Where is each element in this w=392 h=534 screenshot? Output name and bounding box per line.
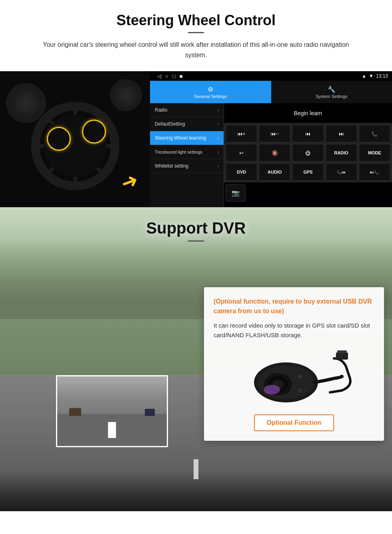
menu-radio[interactable]: Radio ›: [150, 103, 224, 117]
steering-section: Steering Wheel Control Your original car…: [0, 0, 392, 207]
hang-up-btn[interactable]: ↩: [226, 144, 257, 162]
menu-list: Radio › DefaultSetting › Steering Wheel …: [150, 103, 224, 207]
svg-rect-7: [336, 352, 348, 360]
android-panel: ◁ ○ □ ■ ▲ ▼ 13:13 ⚙ General Settings 🔧 S…: [150, 71, 392, 207]
thumb-road: [57, 414, 167, 446]
bottom-icon-row: 📷: [224, 182, 392, 203]
dvr-divider: [188, 240, 204, 242]
vol-up-btn[interactable]: ⏮+: [226, 125, 257, 142]
menu-default-setting[interactable]: DefaultSetting ›: [150, 117, 224, 131]
next-track-btn[interactable]: ⏭: [326, 125, 357, 142]
phone-next-btn[interactable]: ⏭📞: [359, 163, 390, 181]
dvr-camera-svg: [234, 346, 354, 406]
wifi-icon: ▼: [369, 73, 374, 79]
recents-icon[interactable]: □: [172, 73, 176, 79]
dvr-thumbnail-inner: [57, 376, 167, 446]
gps-btn[interactable]: GPS: [292, 163, 324, 181]
status-time: 13:13: [376, 73, 388, 79]
menu-panel: Radio › DefaultSetting › Steering Wheel …: [150, 103, 392, 207]
radio-btn[interactable]: RADIO: [326, 144, 357, 162]
chevron-icon: ›: [218, 150, 219, 154]
back-icon[interactable]: ◁: [157, 73, 161, 79]
section-header: Steering Wheel Control Your original car…: [0, 0, 392, 64]
begin-learn-row: Begin learn: [224, 103, 392, 123]
dvr-title: Support DVR: [0, 219, 392, 237]
dvr-thumbnail: [56, 375, 168, 447]
wheel-svg: [31, 102, 119, 190]
dvr-description: It can record video only to storage in G…: [214, 321, 374, 340]
road-line: [194, 459, 198, 479]
power-btn[interactable]: ⏻: [292, 144, 324, 162]
highlight-right: [82, 120, 106, 144]
vol-down-btn[interactable]: ⏮−: [259, 125, 290, 142]
dvr-info-card: (Optional function, require to buy exter…: [204, 287, 384, 441]
signal-icon: ▲: [362, 73, 366, 79]
nav-icons: ◁ ○ □ ■: [157, 73, 183, 79]
menu-whitelist[interactable]: Whitelist setting ›: [150, 159, 224, 173]
svg-point-14: [264, 385, 280, 394]
menu-icon[interactable]: ■: [180, 73, 183, 79]
tabs-row: ⚙ General Settings 🔧 System Settings: [150, 81, 392, 103]
chevron-icon: ›: [218, 122, 219, 126]
camera-icon-btn[interactable]: 📷: [226, 184, 246, 202]
section-description: Your original car's steering wheel contr…: [32, 40, 360, 60]
tab-system-label: System Settings: [316, 94, 347, 99]
home-icon[interactable]: ○: [165, 73, 168, 79]
menu-tricoloured[interactable]: Tricoloured light settings ›: [150, 145, 224, 159]
chevron-icon: ›: [218, 136, 219, 140]
tab-general-settings[interactable]: ⚙ General Settings: [150, 81, 271, 103]
system-icon: 🔧: [328, 86, 336, 93]
highlight-left: [47, 127, 71, 151]
dvr-background: Support DVR (Optional function, require …: [0, 207, 392, 511]
thumb-car-2: [69, 408, 81, 416]
tab-general-label: General Settings: [194, 94, 227, 99]
settings-icon: ⚙: [208, 86, 213, 93]
dvr-optional-text: (Optional function, require to buy exter…: [214, 297, 374, 316]
status-bar: ◁ ○ □ ■ ▲ ▼ 13:13: [150, 71, 392, 81]
steering-wheel: [31, 102, 119, 190]
content-area: Begin learn ⏮+ ⏮− ⏮ ⏭ 📞 ↩ 🔇 ⏻ RADIO MODE: [224, 103, 392, 207]
begin-learn-button[interactable]: Begin learn: [286, 107, 330, 120]
audio-btn[interactable]: AUDIO: [259, 163, 290, 181]
svg-rect-8: [337, 350, 347, 353]
phone-btn[interactable]: 📞: [359, 125, 390, 142]
dvd-btn[interactable]: DVD: [226, 163, 257, 181]
dvr-section: Support DVR (Optional function, require …: [0, 207, 392, 511]
arrow-indicator: ➜: [118, 168, 141, 196]
controls-grid: ⏮+ ⏮− ⏮ ⏭ 📞 ↩ 🔇 ⏻ RADIO MODE DVD AUDIO G…: [224, 123, 392, 182]
camera-illustration: [214, 346, 374, 406]
mute-btn[interactable]: 🔇: [259, 144, 290, 162]
menu-steering-wheel[interactable]: Steering Wheel learning ›: [150, 131, 224, 145]
chevron-icon: ›: [218, 108, 219, 112]
title-divider: [188, 32, 204, 33]
chevron-icon: ›: [218, 164, 219, 168]
prev-track-btn[interactable]: ⏮: [292, 125, 324, 142]
dvr-header: Support DVR: [0, 219, 392, 242]
thumb-road-line: [108, 422, 116, 438]
page-title: Steering Wheel Control: [24, 12, 368, 29]
optional-function-button[interactable]: Optional Function: [254, 414, 334, 431]
thumb-car-1: [145, 409, 155, 416]
svg-point-16: [298, 388, 302, 392]
mode-btn[interactable]: MODE: [359, 144, 390, 162]
phone-prev-btn[interactable]: 📞⏮: [326, 163, 357, 181]
steering-demo: ➜ ◁ ○ □ ■ ▲ ▼ 13:13 ⚙ General Setting: [0, 71, 392, 207]
tab-system-settings[interactable]: 🔧 System Settings: [271, 81, 392, 103]
steering-wheel-image: ➜: [0, 71, 150, 207]
svg-point-15: [298, 374, 302, 378]
